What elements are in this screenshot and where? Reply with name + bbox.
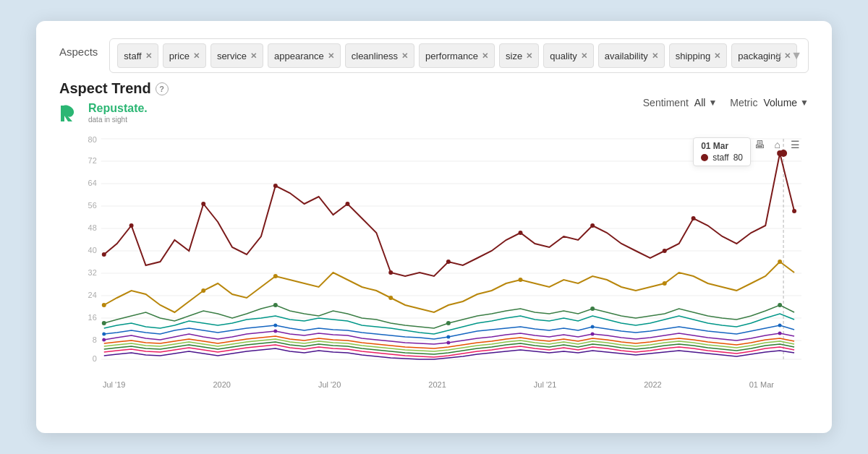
tag-remove-appearance[interactable]: ✕ bbox=[328, 51, 334, 61]
menu-icon[interactable]: ☰ bbox=[788, 137, 803, 152]
svg-text:0: 0 bbox=[93, 354, 97, 363]
svg-text:80: 80 bbox=[88, 135, 97, 144]
metric-control: Metric Volume ▼ bbox=[730, 97, 809, 108]
service-dots bbox=[102, 303, 782, 325]
brand-name: Repustate. bbox=[88, 101, 148, 115]
svg-point-31 bbox=[663, 249, 667, 253]
svg-text:8: 8 bbox=[93, 335, 97, 344]
svg-point-47 bbox=[102, 333, 106, 336]
svg-point-35 bbox=[102, 303, 106, 307]
svg-point-25 bbox=[273, 184, 278, 188]
svg-text:32: 32 bbox=[88, 268, 97, 277]
tag-remove-staff[interactable]: ✕ bbox=[145, 51, 152, 61]
tag-label-appearance: appearance bbox=[274, 51, 324, 61]
svg-point-27 bbox=[388, 270, 393, 275]
trend-chart[interactable]: 0 8 16 24 32 40 48 56 64 72 80 bbox=[59, 132, 809, 377]
svg-point-46 bbox=[778, 303, 782, 307]
x-label-jul19: Jul '19 bbox=[103, 380, 125, 389]
tag-remove-service[interactable]: ✕ bbox=[250, 51, 257, 61]
sentiment-control: Sentiment All ▼ bbox=[643, 97, 718, 108]
svg-point-30 bbox=[590, 223, 595, 228]
tag-remove-performance[interactable]: ✕ bbox=[482, 51, 488, 61]
svg-point-40 bbox=[663, 281, 667, 286]
price-line bbox=[104, 262, 794, 312]
tag-remove-shipping[interactable]: ✕ bbox=[714, 51, 720, 61]
metric-chevron-icon: ▼ bbox=[800, 98, 809, 108]
svg-point-41 bbox=[778, 260, 782, 264]
svg-text:48: 48 bbox=[88, 223, 97, 232]
tooltip-date: 01 Mar bbox=[701, 141, 728, 151]
svg-point-55 bbox=[591, 333, 595, 336]
svg-text:40: 40 bbox=[88, 246, 97, 254]
x-label-jul20: Jul '20 bbox=[318, 380, 341, 389]
metric-select[interactable]: Volume ▼ bbox=[763, 97, 809, 108]
staff-line bbox=[104, 153, 794, 276]
tag-service: service✕ bbox=[210, 43, 263, 68]
svg-point-56 bbox=[778, 332, 782, 335]
tag-remove-cleanliness[interactable]: ✕ bbox=[401, 51, 408, 61]
home-icon[interactable]: ⌂ bbox=[772, 137, 783, 152]
tagline: data in sight bbox=[88, 116, 148, 124]
main-card: Aspects staff✕price✕service✕appearance✕c… bbox=[36, 21, 832, 433]
svg-point-32 bbox=[692, 216, 696, 220]
chart-title: Aspect Trend ? bbox=[59, 80, 169, 97]
svg-point-26 bbox=[345, 202, 349, 206]
tag-remove-price[interactable]: ✕ bbox=[193, 51, 200, 61]
tooltip-item: staff 80 bbox=[701, 153, 743, 163]
tag-label-quality: quality bbox=[550, 51, 577, 61]
tag-remove-quality[interactable]: ✕ bbox=[581, 51, 587, 61]
svg-point-37 bbox=[273, 274, 278, 278]
svg-point-24 bbox=[201, 202, 205, 206]
metric-value: Volume bbox=[763, 97, 797, 108]
tooltip-box: 01 Mar staff 80 bbox=[693, 137, 751, 166]
sentiment-select[interactable]: All ▼ bbox=[694, 97, 717, 108]
tag-remove-size[interactable]: ✕ bbox=[526, 51, 532, 61]
sentiment-label: Sentiment bbox=[643, 97, 689, 108]
tooltip-staff-value: 80 bbox=[733, 153, 743, 163]
x-label-2020: 2020 bbox=[213, 380, 230, 389]
tag-label-shipping: shipping bbox=[676, 51, 710, 61]
tag-label-cleanliness: cleanliness bbox=[352, 51, 398, 61]
second-row: Aspect Trend ? Repustate. data in sight … bbox=[59, 80, 809, 124]
svg-point-36 bbox=[201, 288, 205, 293]
print-icon[interactable]: 🖶 bbox=[752, 137, 767, 152]
tag-label-packaging: packaging bbox=[738, 51, 780, 61]
svg-text:64: 64 bbox=[88, 179, 97, 187]
svg-point-54 bbox=[446, 341, 450, 345]
svg-point-53 bbox=[273, 330, 277, 333]
aspects-tag-container[interactable]: staff✕price✕service✕appearance✕cleanline… bbox=[109, 38, 809, 73]
aspects-dropdown-button[interactable]: ▼ bbox=[791, 49, 802, 62]
tag-remove-packaging[interactable]: ✕ bbox=[784, 51, 791, 61]
tag-label-staff: staff bbox=[124, 51, 141, 61]
sentiment-chevron-icon: ▼ bbox=[708, 98, 717, 108]
tag-label-availability: availability bbox=[605, 51, 648, 61]
help-icon[interactable]: ? bbox=[156, 82, 169, 95]
clear-aspects-button[interactable]: × bbox=[775, 49, 782, 62]
svg-text:56: 56 bbox=[88, 201, 97, 210]
tag-label-performance: performance bbox=[425, 51, 478, 61]
grid-lines bbox=[101, 139, 801, 359]
tag-cleanliness: cleanliness✕ bbox=[345, 43, 414, 68]
tooltip-staff-label: staff bbox=[712, 153, 728, 163]
x-label-jul21: Jul '21 bbox=[534, 380, 556, 389]
tag-remove-availability[interactable]: ✕ bbox=[652, 51, 658, 61]
svg-text:24: 24 bbox=[88, 291, 97, 299]
sentiment-value: All bbox=[694, 97, 706, 108]
aspects-label: Aspects bbox=[59, 46, 98, 58]
logo-block: Repustate. data in sight bbox=[59, 101, 169, 124]
x-label-01mar: 01 Mar bbox=[749, 380, 774, 389]
svg-point-44 bbox=[446, 321, 451, 325]
staff-dots bbox=[102, 150, 796, 275]
svg-point-52 bbox=[102, 338, 106, 342]
x-axis-labels: Jul '19 2020 Jul '20 2021 Jul '21 2022 0… bbox=[59, 380, 809, 389]
tag-label-size: size bbox=[506, 51, 522, 61]
chart-container: 0 8 16 24 32 40 48 56 64 72 80 bbox=[59, 132, 809, 377]
tag-availability: availability✕ bbox=[598, 43, 665, 68]
controls-block: Sentiment All ▼ Metric Volume ▼ bbox=[643, 97, 809, 108]
metric-label: Metric bbox=[730, 97, 757, 108]
svg-point-45 bbox=[590, 307, 595, 311]
svg-point-43 bbox=[273, 303, 278, 307]
tag-staff: staff✕ bbox=[117, 43, 158, 68]
svg-point-39 bbox=[519, 278, 523, 282]
svg-point-51 bbox=[778, 324, 782, 327]
